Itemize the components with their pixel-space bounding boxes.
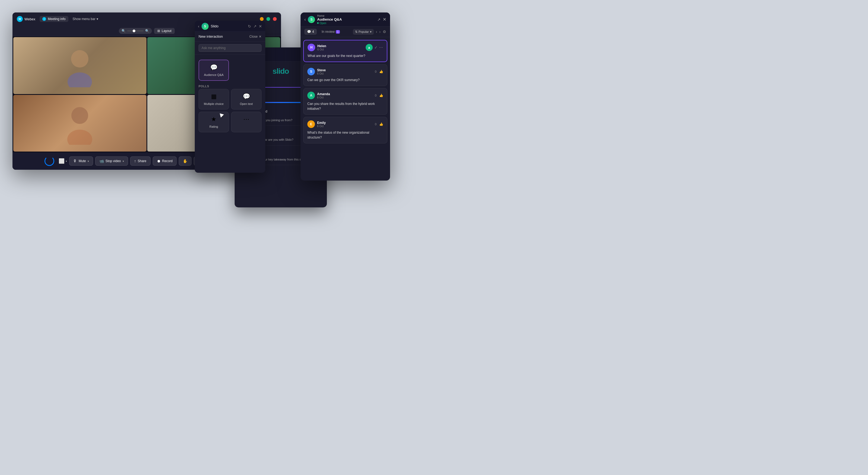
zoom-thumb [133, 30, 135, 32]
open-text-label: Open text [240, 102, 253, 105]
audience-qa-icon: 💬 [210, 64, 218, 71]
mute-dropdown-icon[interactable]: ▾ [88, 160, 89, 163]
mute-button[interactable]: 🎙 Mute ▾ [69, 156, 93, 166]
close-interaction-button[interactable]: Close ✕ [249, 35, 261, 38]
helen-question-text: What are our goals for the next quarter? [308, 54, 383, 58]
layout-button[interactable]: ⊞ Layout [154, 28, 175, 34]
open-text-card[interactable]: 💬 Open text [231, 89, 261, 109]
helen-check-icon[interactable]: ✓ [374, 45, 378, 50]
multiple-choice-icon: ▦ [211, 93, 217, 100]
meeting-info-label: Meeting info [48, 17, 65, 21]
helen-upvote-button[interactable]: ▲ [366, 44, 373, 51]
zoom-out-icon: 🔍 [122, 29, 126, 33]
open-text-icon: 💬 [243, 93, 250, 100]
slido-refresh-icon[interactable]: ↻ [248, 24, 251, 29]
zoom-control[interactable]: 🔍 🔍 [119, 28, 152, 34]
popular-dropdown-icon: ▾ [370, 30, 372, 34]
slido-back-button[interactable]: ‹ [198, 24, 199, 29]
meeting-info-icon: i [42, 17, 46, 21]
question-card-emily[interactable]: E Emily 6 Oct 0 👍 What's the status of t… [303, 117, 388, 144]
activity-indicator [44, 156, 54, 166]
slido-brand-logo: slido [273, 67, 289, 76]
caption-icon[interactable]: ⬜ [59, 158, 65, 164]
in-review-label: In review [322, 30, 335, 34]
slido-popup-header: ‹ S Slido ↻ ↗ ✕ [195, 21, 265, 32]
svg-point-1 [67, 72, 92, 87]
amanda-date: 6 Oct [317, 96, 373, 99]
gesture-button[interactable]: ✋ [179, 156, 191, 166]
question-card-amanda[interactable]: A Amanda 6 Oct 0 👍 Can you share the res… [303, 88, 388, 115]
steve-meta: Steve 6 Oct [317, 68, 373, 75]
more-types-card[interactable]: ⋯ [231, 112, 261, 132]
qa-nav-left-icon[interactable]: ‹ [376, 30, 377, 34]
multiple-choice-label: Multiple choice [204, 102, 224, 105]
popular-filter-button[interactable]: ⇅ Popular ▾ [353, 29, 374, 35]
stop-video-label: Stop video [105, 159, 121, 163]
question-card-helen[interactable]: H Helen 6 Oct ▲ ✓ ⋯ What are our goals f… [303, 40, 388, 62]
slido-popup-controls: ↻ ↗ ✕ [248, 24, 262, 29]
audience-qa-card[interactable]: 💬 Audience Q&A [198, 60, 229, 81]
close-button[interactable] [273, 17, 277, 21]
record-icon: ⏺ [157, 159, 161, 163]
emily-question-text: What's the status of the new organizatio… [307, 130, 383, 140]
slido-popup-close-icon[interactable]: ✕ [259, 24, 262, 29]
show-menu-label: Show menu bar [73, 17, 95, 21]
amanda-vote-icon[interactable]: 👍 [379, 94, 383, 97]
zoom-slider[interactable] [127, 31, 144, 31]
minimize-button[interactable] [260, 17, 264, 21]
qa-panel-back-button[interactable]: ‹ [304, 17, 306, 22]
steve-avatar: S [307, 68, 315, 75]
question-card-steve[interactable]: S Steve 6 Oct 0 👍 Can we go over the OKR… [303, 64, 388, 86]
show-menu-button[interactable]: Show menu bar ▾ [73, 17, 98, 21]
helen-name: Helen [317, 44, 364, 48]
maximize-button[interactable] [267, 17, 270, 21]
emily-vote-icon[interactable]: 👍 [379, 122, 383, 126]
qa-in-review-tab[interactable]: In review 1 [319, 29, 343, 35]
qa-chat-tab[interactable]: 💬 4 [304, 29, 317, 35]
slido-external-icon[interactable]: ↗ [253, 24, 257, 29]
qa-panel-close-button[interactable]: ✕ [383, 17, 386, 22]
qa-nav-right-icon[interactable]: › [379, 30, 380, 34]
stop-video-button[interactable]: 📹 Stop video ▾ [95, 156, 128, 166]
close-x-icon: ✕ [259, 35, 261, 38]
cursor-arrow [219, 113, 224, 118]
qa-panel-controls: ↗ ✕ [377, 17, 386, 22]
share-label: Share [138, 159, 147, 163]
share-button[interactable]: ↑ Share [130, 156, 151, 166]
meeting-info-button[interactable]: i Meeting info [40, 16, 68, 22]
qa-panel-slido-logo: S [308, 16, 315, 23]
steve-actions: 0 👍 [375, 70, 383, 73]
emily-actions: 0 👍 [375, 122, 383, 126]
ask-me-anything-input[interactable] [198, 44, 261, 52]
steve-vote-icon[interactable]: 👍 [379, 70, 383, 73]
audience-qa-grid: 💬 Audience Q&A [195, 58, 265, 83]
emily-vote-count: 0 [375, 123, 376, 126]
qa-panel-header: ‹ S Home Audience Q&A Open ↗ ✕ [301, 12, 390, 27]
cursor [219, 114, 225, 119]
qa-panel-tabs: 💬 4 In review 1 ⇅ Popular ▾ ‹ › ⚙ [301, 27, 390, 37]
steve-question-text: Can we go over the OKR summary? [307, 77, 383, 83]
rating-label: Rating [209, 125, 218, 128]
qa-settings-icon[interactable]: ⚙ [383, 30, 386, 34]
multiple-choice-card[interactable]: ▦ Multiple choice [198, 89, 229, 109]
mute-label: Mute [79, 159, 86, 163]
record-button[interactable]: ⏺ Record [153, 156, 177, 166]
audience-qa-label: Audience Q&A [204, 73, 223, 76]
helen-date: 6 Oct [317, 48, 364, 51]
rating-icon: ★ [211, 116, 216, 123]
amanda-question-text: Can you share the results from the hybri… [307, 101, 383, 111]
slido-qa-panel: ‹ S Home Audience Q&A Open ↗ ✕ 💬 4 In re… [301, 12, 390, 181]
audience-qa-section-label [195, 55, 265, 58]
qa-open-text: Open [319, 22, 326, 25]
caption-dropdown[interactable]: ▾ [66, 160, 67, 163]
qa-panel-expand-icon[interactable]: ↗ [377, 18, 380, 22]
video-cell-3 [13, 95, 147, 152]
slido-popup-panel: ‹ S Slido ↻ ↗ ✕ New interaction Close ✕ … [195, 21, 265, 173]
emily-name: Emily [317, 121, 373, 125]
emily-avatar: E [307, 120, 315, 128]
helen-more-icon[interactable]: ⋯ [379, 45, 383, 50]
amanda-avatar: A [307, 92, 315, 99]
webex-logo: W Webex [17, 16, 35, 22]
emily-date: 6 Oct [317, 125, 373, 128]
video-dropdown-icon[interactable]: ▾ [123, 160, 124, 163]
